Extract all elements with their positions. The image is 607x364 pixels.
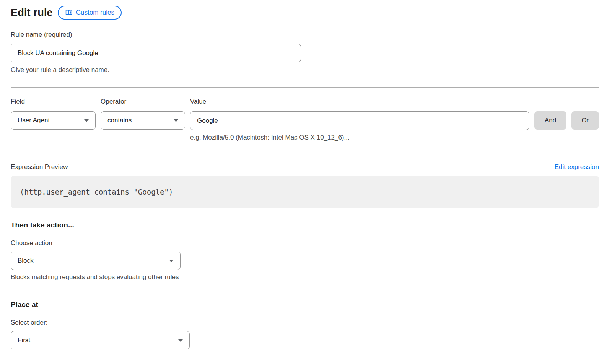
field-select-value: User Agent <box>18 117 50 124</box>
order-select-value: First <box>18 336 30 344</box>
and-button[interactable]: And <box>534 111 566 130</box>
custom-rules-button[interactable]: Custom rules <box>58 6 122 20</box>
caret-down-icon <box>169 260 174 262</box>
expression-preview-label: Expression Preview <box>11 163 68 171</box>
field-label: Field <box>11 98 96 106</box>
rule-name-label: Rule name (required) <box>11 31 599 39</box>
custom-rules-button-label: Custom rules <box>76 9 114 16</box>
edit-expression-link[interactable]: Edit expression <box>555 163 599 171</box>
action-select-value: Block <box>18 257 34 265</box>
page-title: Edit rule <box>11 7 53 19</box>
placement-heading: Place at <box>11 301 599 309</box>
order-select[interactable]: First <box>11 331 190 349</box>
placement-label: Select order: <box>11 319 599 327</box>
action-help: Blocks matching requests and stops evalu… <box>11 273 599 281</box>
page-header: Edit rule Custom rules <box>11 6 599 20</box>
value-help: e.g. Mozilla/5.0 (Macintosh; Intel Mac O… <box>190 134 529 141</box>
action-label: Choose action <box>11 239 599 247</box>
operator-column: Operator contains <box>101 98 185 130</box>
expression-preview-header: Expression Preview Edit expression <box>11 163 599 171</box>
caret-down-icon <box>84 119 89 122</box>
value-label: Value <box>190 98 529 106</box>
operator-select-value: contains <box>107 117 132 124</box>
caret-down-icon <box>174 119 178 122</box>
caret-down-icon <box>178 339 183 342</box>
value-input[interactable] <box>190 111 529 130</box>
rule-name-section: Rule name (required) Give your rule a de… <box>11 31 599 74</box>
section-divider <box>11 87 599 88</box>
book-icon <box>65 9 73 16</box>
placement-section: Place at Select order: First <box>11 301 599 349</box>
rule-name-input[interactable] <box>11 44 301 62</box>
expression-preview-box: (http.user_agent contains "Google") <box>11 176 599 208</box>
expression-builder-row: Field User Agent Operator contains Value… <box>11 98 599 141</box>
operator-select[interactable]: contains <box>101 111 185 130</box>
action-section: Then take action... Choose action Block … <box>11 221 599 281</box>
rule-name-help: Give your rule a descriptive name. <box>11 66 599 74</box>
value-column: Value e.g. Mozilla/5.0 (Macintosh; Intel… <box>190 98 529 141</box>
action-select[interactable]: Block <box>11 252 181 270</box>
field-select[interactable]: User Agent <box>11 111 96 130</box>
action-heading: Then take action... <box>11 221 599 229</box>
field-column: Field User Agent <box>11 98 96 130</box>
or-button[interactable]: Or <box>571 111 599 130</box>
operator-label: Operator <box>101 98 185 106</box>
edit-rule-form: Edit rule Custom rules Rule name (requir… <box>0 0 607 349</box>
expression-code: (http.user_agent contains "Google") <box>20 188 173 196</box>
